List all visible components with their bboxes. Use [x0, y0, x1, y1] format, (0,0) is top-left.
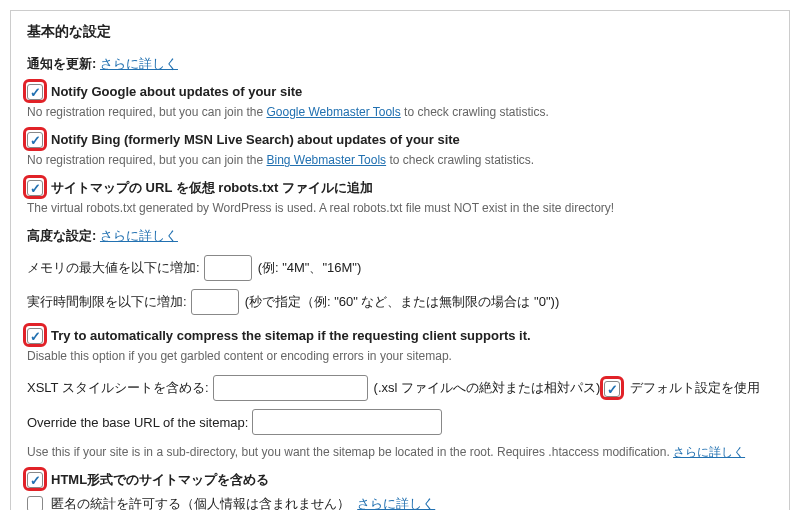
xslt-label: XSLT スタイルシートを含める: [27, 379, 209, 397]
advanced-heading-label: 高度な設定: [27, 228, 96, 243]
advanced-heading: 高度な設定: さらに詳しく [27, 227, 773, 245]
html-sitemap-checkbox[interactable] [27, 472, 43, 488]
override-row: Override the base URL of the sitemap: [27, 409, 773, 435]
html-sitemap-row: HTML形式でのサイトマップを含める [27, 471, 773, 489]
notify-heading-label: 通知を更新: [27, 56, 96, 71]
robots-label: サイトマップの URL を仮想 robots.txt ファイルに追加 [51, 179, 373, 197]
anon-stats-checkbox[interactable] [27, 496, 43, 510]
basic-settings-panel: 基本的な設定 通知を更新: さらに詳しく Notify Google about… [10, 10, 790, 510]
notify-bing-row: Notify Bing (formerly MSN Live Search) a… [27, 131, 773, 149]
anon-stats-more-link[interactable]: さらに詳しく [357, 495, 435, 510]
notify-bing-desc: No registration required, but you can jo… [27, 151, 773, 169]
xslt-input[interactable] [213, 375, 368, 401]
override-label: Override the base URL of the sitemap: [27, 415, 248, 430]
notify-google-label: Notify Google about updates of your site [51, 83, 302, 101]
notify-google-checkbox[interactable] [27, 84, 43, 100]
notify-bing-label: Notify Bing (formerly MSN Live Search) a… [51, 131, 460, 149]
override-more-link[interactable]: さらに詳しく [673, 445, 745, 459]
exectime-input[interactable] [191, 289, 239, 315]
bing-webmaster-link[interactable]: Bing Webmaster Tools [266, 153, 386, 167]
notify-google-desc-post: to check crawling statistics. [401, 105, 549, 119]
section-title: 基本的な設定 [27, 23, 773, 41]
notify-bing-desc-pre: No registration required, but you can jo… [27, 153, 266, 167]
override-input[interactable] [252, 409, 442, 435]
notify-google-desc-pre: No registration required, but you can jo… [27, 105, 266, 119]
exectime-hint: (秒で指定（例: "60" など、または無制限の場合は "0")) [245, 293, 560, 311]
notify-heading: 通知を更新: さらに詳しく [27, 55, 773, 73]
compress-label: Try to automatically compress the sitema… [51, 327, 531, 345]
robots-checkbox[interactable] [27, 180, 43, 196]
xslt-hint: (.xsl ファイルへの絶対または相対パス) [374, 379, 601, 397]
notify-google-desc: No registration required, but you can jo… [27, 103, 773, 121]
xslt-default-label: デフォルト設定を使用 [630, 379, 760, 397]
memory-hint: (例: "4M"、"16M") [258, 259, 362, 277]
notify-more-link[interactable]: さらに詳しく [100, 56, 178, 71]
anon-stats-row: 匿名の統計を許可する（個人情報は含まれません） さらに詳しく [27, 495, 773, 510]
xslt-default-checkbox[interactable] [604, 381, 620, 397]
robots-desc: The virtual robots.txt generated by Word… [27, 199, 773, 217]
memory-row: メモリの最大値を以下に増加: (例: "4M"、"16M") [27, 255, 773, 281]
compress-row: Try to automatically compress the sitema… [27, 327, 773, 345]
anon-stats-label: 匿名の統計を許可する（個人情報は含まれません） [51, 495, 350, 510]
override-desc-pre: Use this if your site is in a sub-direct… [27, 445, 673, 459]
notify-google-row: Notify Google about updates of your site [27, 83, 773, 101]
override-desc: Use this if your site is in a sub-direct… [27, 443, 773, 461]
exectime-label: 実行時間制限を以下に増加: [27, 293, 187, 311]
compress-checkbox[interactable] [27, 328, 43, 344]
exectime-row: 実行時間制限を以下に増加: (秒で指定（例: "60" など、または無制限の場合… [27, 289, 773, 315]
robots-row: サイトマップの URL を仮想 robots.txt ファイルに追加 [27, 179, 773, 197]
xslt-row: XSLT スタイルシートを含める: (.xsl ファイルへの絶対または相対パス)… [27, 375, 773, 401]
html-sitemap-label: HTML形式でのサイトマップを含める [51, 471, 269, 489]
google-webmaster-link[interactable]: Google Webmaster Tools [266, 105, 400, 119]
notify-bing-desc-post: to check crawling statistics. [386, 153, 534, 167]
memory-input[interactable] [204, 255, 252, 281]
notify-bing-checkbox[interactable] [27, 132, 43, 148]
compress-desc: Disable this option if you get garbled c… [27, 347, 773, 365]
memory-label: メモリの最大値を以下に増加: [27, 259, 200, 277]
advanced-more-link[interactable]: さらに詳しく [100, 228, 178, 243]
